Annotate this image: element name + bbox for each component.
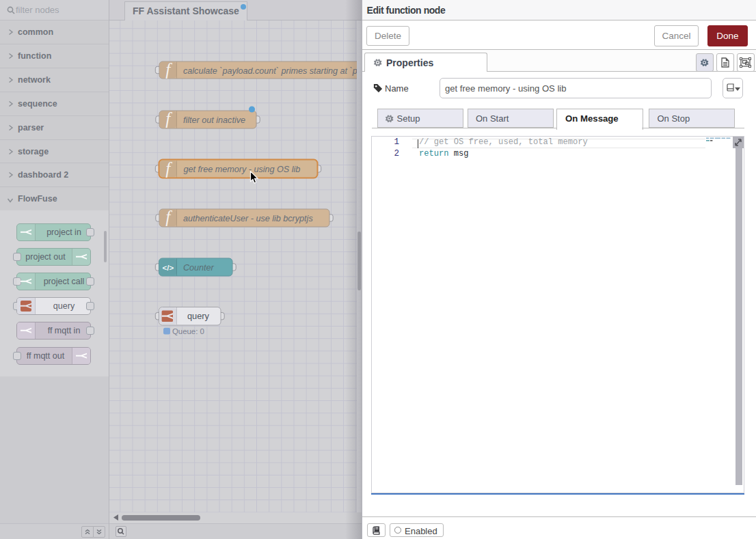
svg-text:</>: </> xyxy=(162,264,174,272)
svg-text:get free memory - using OS lib: get free memory - using OS lib xyxy=(184,165,301,174)
svg-text:Counter: Counter xyxy=(183,263,215,273)
svg-text:Queue: 0: Queue: 0 xyxy=(172,327,204,335)
svg-text:query: query xyxy=(187,311,210,321)
svg-text:calculate `payload.count` prim: calculate `payload.count` primes startin… xyxy=(183,66,357,76)
svg-text:authenticateUser - use lib bcr: authenticateUser - use lib bcryptjs xyxy=(183,214,313,223)
svg-text:filter out inactive: filter out inactive xyxy=(183,115,245,125)
